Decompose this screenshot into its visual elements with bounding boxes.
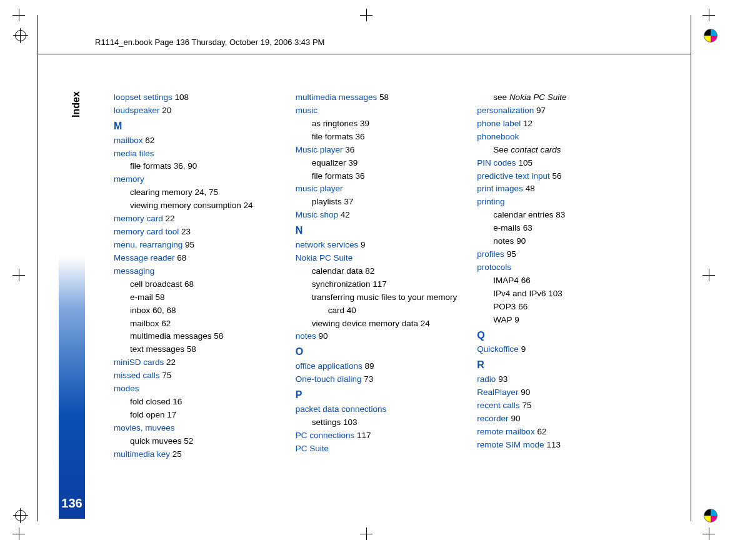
idx-npc-sync: synchronization bbox=[312, 279, 371, 289]
pg: 90 bbox=[521, 388, 530, 397]
idx-multimedia-key[interactable]: multimedia key bbox=[114, 449, 170, 459]
idx-modes[interactable]: modes bbox=[114, 384, 139, 393]
pg: 103 bbox=[343, 418, 358, 427]
idx-msg-email: e-mail bbox=[130, 292, 153, 302]
idx-remote-mailbox[interactable]: remote mailbox bbox=[477, 427, 534, 436]
pg: 48 bbox=[526, 184, 535, 193]
idx-network-services[interactable]: network services bbox=[296, 240, 359, 249]
pg: 20 bbox=[162, 106, 171, 115]
pg: 39 bbox=[360, 119, 369, 128]
pg: 58 bbox=[379, 92, 389, 102]
idx-realplayer[interactable]: RealPlayer bbox=[477, 388, 518, 397]
pg: 89 bbox=[365, 361, 374, 371]
idx-multimedia-messages[interactable]: multimedia messages bbox=[296, 92, 378, 102]
pg: 90 bbox=[318, 331, 328, 341]
idx-menu-rearranging[interactable]: menu, rearranging bbox=[114, 240, 182, 249]
pg: 22 bbox=[166, 358, 176, 367]
pg: 68 bbox=[184, 279, 194, 289]
idx-pin-codes[interactable]: PIN codes bbox=[477, 158, 516, 168]
idx-memory-card[interactable]: memory card bbox=[114, 214, 163, 223]
index-columns: loopset settings 108 loudspeaker 20 M ma… bbox=[114, 91, 651, 461]
idx-messaging[interactable]: messaging bbox=[114, 266, 154, 276]
idx-quick-muvees: quick muvees bbox=[130, 436, 182, 446]
idx-music-shop[interactable]: Music shop bbox=[296, 210, 338, 219]
idx-see2-target: contact cards bbox=[511, 145, 561, 154]
idx-see: see bbox=[493, 92, 509, 102]
idx-imap4: IMAP4 bbox=[493, 276, 519, 285]
idx-msg-text: text messages bbox=[130, 344, 184, 354]
pg: 90 bbox=[516, 236, 526, 246]
idx-phonebook[interactable]: phonebook bbox=[477, 132, 519, 141]
pg: 25 bbox=[172, 449, 182, 459]
idx-music-ringtones: as ringtones bbox=[312, 119, 358, 128]
pg: 75 bbox=[162, 371, 171, 380]
page-number: 136 bbox=[59, 496, 85, 511]
idx-mailbox[interactable]: mailbox bbox=[114, 136, 143, 145]
pg: 97 bbox=[536, 106, 546, 115]
idx-nokia-pc-suite[interactable]: Nokia PC Suite bbox=[296, 253, 353, 262]
idx-letter-r: R bbox=[477, 358, 651, 373]
idx-memory-clearing: clearing memory bbox=[130, 188, 192, 197]
idx-letter-o: O bbox=[296, 344, 470, 360]
pg: 36 bbox=[345, 145, 354, 154]
idx-profiles[interactable]: profiles bbox=[477, 249, 504, 259]
idx-music-player-cap[interactable]: Music player bbox=[296, 145, 343, 154]
idx-one-touch-dialing[interactable]: One-touch dialing bbox=[296, 374, 362, 384]
pg: 39 bbox=[348, 158, 358, 168]
pg: 117 bbox=[357, 431, 371, 440]
idx-minisd[interactable]: miniSD cards bbox=[114, 358, 164, 367]
idx-loopset-settings[interactable]: loopset settings bbox=[114, 92, 172, 102]
idx-radio[interactable]: radio bbox=[477, 374, 496, 384]
idx-missed-calls[interactable]: missed calls bbox=[114, 371, 160, 380]
side-color-strip bbox=[59, 256, 85, 519]
pg: 16 bbox=[172, 397, 182, 406]
idx-notes[interactable]: notes bbox=[296, 331, 316, 341]
idx-media-files[interactable]: media files bbox=[114, 149, 154, 158]
pg: 36 bbox=[355, 171, 364, 181]
idx-letter-m: M bbox=[114, 119, 288, 134]
pg: 24, 75 bbox=[195, 188, 219, 197]
idx-letter-p: P bbox=[296, 388, 470, 403]
idx-quickoffice[interactable]: Quickoffice bbox=[477, 344, 519, 354]
idx-remote-sim-mode[interactable]: remote SIM mode bbox=[477, 440, 544, 449]
idx-movies-muvees[interactable]: movies, muvees bbox=[114, 423, 175, 432]
idx-phone-label[interactable]: phone label bbox=[477, 119, 521, 128]
pg: 66 bbox=[518, 302, 528, 311]
idx-recorder[interactable]: recorder bbox=[477, 414, 508, 423]
idx-loudspeaker[interactable]: loudspeaker bbox=[114, 106, 160, 115]
pg: 52 bbox=[184, 436, 193, 446]
idx-packet-settings: settings bbox=[312, 418, 341, 427]
idx-playlists: playlists bbox=[312, 197, 342, 206]
pg: 68 bbox=[177, 253, 186, 262]
idx-pc-suite[interactable]: PC Suite bbox=[296, 444, 329, 453]
idx-memory[interactable]: memory bbox=[114, 174, 144, 184]
pg: 58 bbox=[156, 292, 165, 302]
idx-message-reader[interactable]: Message reader bbox=[114, 253, 175, 262]
idx-memory-viewing: viewing memory consumption bbox=[130, 201, 241, 210]
pg: 83 bbox=[556, 210, 565, 219]
idx-office-apps[interactable]: office applications bbox=[296, 361, 362, 371]
idx-fold-open: fold open bbox=[130, 410, 165, 419]
idx-music[interactable]: music bbox=[296, 106, 318, 115]
pg: 58 bbox=[214, 331, 223, 341]
pg: 40 bbox=[347, 306, 356, 315]
idx-predictive-text[interactable]: predictive text input bbox=[477, 171, 549, 181]
idx-personalization[interactable]: personalization bbox=[477, 106, 534, 115]
running-header: R1114_en.book Page 136 Thursday, October… bbox=[95, 38, 324, 47]
pg: 9 bbox=[521, 344, 526, 354]
idx-music-player-lc[interactable]: music player bbox=[296, 184, 343, 193]
pg: 63 bbox=[523, 223, 532, 232]
idx-protocols[interactable]: protocols bbox=[477, 262, 511, 272]
idx-print-images[interactable]: print images bbox=[477, 184, 523, 193]
idx-print-calendar: calendar entries bbox=[493, 210, 553, 219]
idx-printing[interactable]: printing bbox=[477, 197, 504, 206]
idx-recent-calls[interactable]: recent calls bbox=[477, 401, 519, 410]
idx-packet-data[interactable]: packet data connections bbox=[296, 404, 387, 414]
pg: 117 bbox=[372, 279, 387, 289]
idx-msg-inbox: inbox bbox=[130, 306, 150, 315]
pg: 22 bbox=[166, 214, 175, 223]
pg: 37 bbox=[344, 197, 353, 206]
idx-pc-connections[interactable]: PC connections bbox=[296, 431, 355, 440]
idx-media-files-formats: file formats bbox=[130, 161, 171, 171]
idx-memory-card-tool[interactable]: memory card tool bbox=[114, 227, 179, 236]
